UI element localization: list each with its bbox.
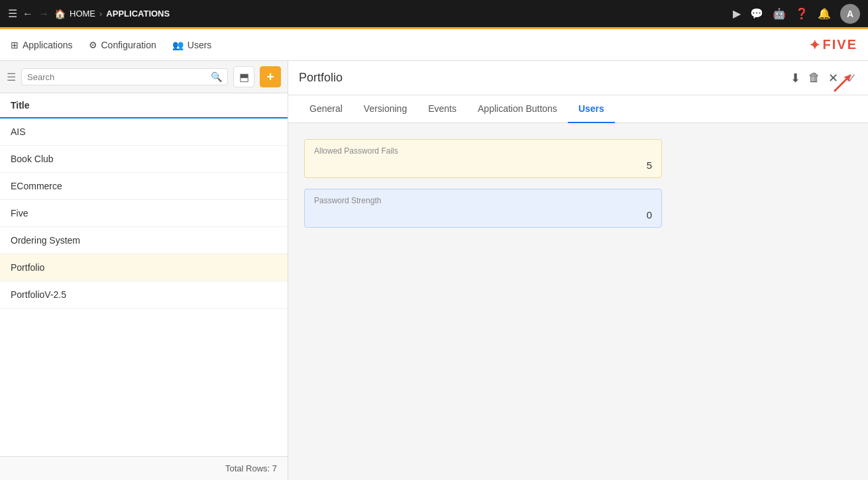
close-icon[interactable]: ✕ [828, 71, 838, 85]
filter-icon[interactable]: ☰ [7, 71, 16, 83]
speech-icon[interactable]: 💬 [750, 7, 763, 20]
logo-text: FIVE [823, 37, 857, 52]
nav-configuration[interactable]: ⚙ Configuration [89, 37, 156, 53]
search-input[interactable] [27, 72, 211, 82]
confirm-icon[interactable]: ✓ [846, 70, 857, 86]
export-button[interactable]: ⬒ [233, 66, 254, 87]
top-nav-left: ☰ ← → 🏠 HOME › APPLICATIONS [8, 7, 170, 20]
nav-users[interactable]: 👥 Users [172, 37, 212, 53]
list-item[interactable]: Ordering System [0, 227, 288, 254]
robot-icon[interactable]: 🤖 [773, 7, 786, 20]
forward-icon[interactable]: → [38, 8, 49, 20]
user-avatar[interactable]: A [840, 4, 860, 24]
password-strength-value[interactable]: 0 [314, 209, 652, 220]
list-item-portfolio[interactable]: Portfolio [0, 254, 288, 281]
allowed-password-fails-label: Allowed Password Fails [314, 146, 652, 156]
sidebar-toolbar: ☰ 🔍 ⬒ + [0, 61, 288, 93]
list-item[interactable]: PortfolioV-2.5 [0, 281, 288, 309]
application-list: AIS Book Club ECommerce Five Ordering Sy… [0, 119, 288, 456]
nav-applications[interactable]: ⊞ Applications [11, 37, 73, 53]
content-header: Portfolio ⬇ 🗑 ✕ ✓ [288, 61, 868, 95]
sub-navigation: ⊞ Applications ⚙ Configuration 👥 Users ✦… [0, 29, 868, 61]
tabs-bar: General Versioning Events Application Bu… [288, 95, 868, 123]
menu-icon[interactable]: ☰ [8, 7, 17, 20]
help-icon[interactable]: ❓ [795, 7, 808, 20]
top-nav-right: ▶ 💬 🤖 ❓ 🔔 A [733, 4, 860, 24]
table-column-header: Title [0, 93, 288, 119]
gear-icon: ⚙ [89, 40, 97, 50]
search-icon: 🔍 [211, 72, 222, 82]
top-navigation: ☰ ← → 🏠 HOME › APPLICATIONS ▶ 💬 🤖 ❓ 🔔 A [0, 0, 868, 29]
breadcrumb-home[interactable]: HOME [70, 9, 95, 19]
five-logo: ✦ FIVE [809, 37, 857, 53]
download-icon[interactable]: ⬇ [790, 71, 800, 85]
grid-icon: ⊞ [11, 40, 19, 50]
list-item[interactable]: Five [0, 200, 288, 227]
password-strength-field: Password Strength 0 [304, 189, 662, 228]
breadcrumb-sep1: › [99, 9, 102, 19]
tab-application-buttons[interactable]: Application Buttons [467, 95, 568, 123]
breadcrumb: 🏠 HOME › APPLICATIONS [54, 9, 170, 19]
delete-icon[interactable]: 🗑 [808, 71, 820, 85]
bell-icon[interactable]: 🔔 [818, 7, 831, 20]
tab-users[interactable]: Users [568, 95, 615, 123]
tab-general[interactable]: General [299, 95, 353, 123]
play-icon[interactable]: ▶ [733, 7, 741, 20]
add-button[interactable]: + [260, 66, 281, 87]
content-actions: ⬇ 🗑 ✕ ✓ [790, 70, 857, 86]
sub-nav-items: ⊞ Applications ⚙ Configuration 👥 Users [11, 37, 211, 53]
list-item[interactable]: ECommerce [0, 173, 288, 200]
search-box: 🔍 [21, 68, 228, 85]
tab-versioning[interactable]: Versioning [353, 95, 417, 123]
home-icon: 🏠 [54, 9, 66, 19]
back-icon[interactable]: ← [23, 8, 33, 20]
sidebar: ☰ 🔍 ⬒ + Title AIS Book Club ECommerce [0, 61, 288, 480]
breadcrumb-apps[interactable]: APPLICATIONS [106, 9, 170, 19]
main-layout: ☰ 🔍 ⬒ + Title AIS Book Club ECommerce [0, 61, 868, 480]
logo-star: ✦ [809, 37, 820, 53]
content-area: Portfolio ⬇ 🗑 ✕ ✓ General Versioning Eve… [288, 61, 868, 480]
list-item[interactable]: AIS [0, 119, 288, 146]
form-content: Allowed Password Fails 5 Password Streng… [288, 123, 868, 480]
sidebar-footer: Total Rows: 7 [0, 456, 288, 480]
tab-events[interactable]: Events [417, 95, 467, 123]
page-title: Portfolio [299, 71, 343, 85]
list-item[interactable]: Book Club [0, 146, 288, 173]
password-strength-label: Password Strength [314, 196, 652, 205]
allowed-password-fails-value[interactable]: 5 [314, 160, 652, 171]
users-icon: 👥 [172, 40, 184, 50]
allowed-password-fails-field: Allowed Password Fails 5 [304, 139, 662, 178]
